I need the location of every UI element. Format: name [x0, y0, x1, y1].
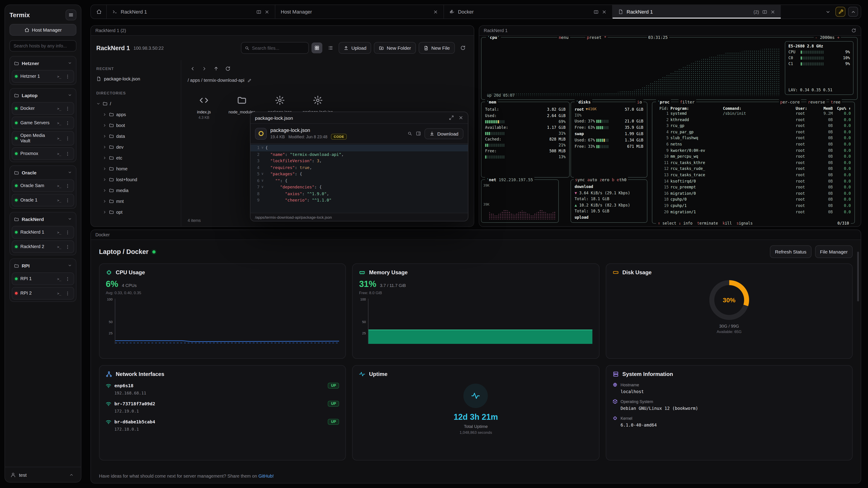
- host-menu-button[interactable]: [64, 243, 71, 250]
- process-row[interactable]: 3rcu_gproot0B0.0: [652, 123, 855, 129]
- group-header-oracle[interactable]: Oracle: [12, 168, 74, 177]
- close-tab-icon[interactable]: [265, 9, 270, 14]
- upload-button[interactable]: Upload: [339, 42, 371, 54]
- docker-file-manager-button[interactable]: File Manager: [815, 246, 852, 258]
- host-item-racknerd-1[interactable]: RackNerd 1>_: [12, 226, 74, 238]
- refresh-directory-button[interactable]: [223, 64, 233, 74]
- editor-layout-icon[interactable]: [416, 131, 421, 136]
- process-row[interactable]: 14ksoftirqd/0root0B0.0: [652, 178, 855, 184]
- host-item-docker[interactable]: Docker>_: [12, 102, 74, 115]
- tab-list-button[interactable]: [823, 7, 833, 17]
- host-item-rpi-1[interactable]: RPI 1>_: [12, 272, 74, 285]
- github-link[interactable]: GitHub!: [258, 474, 274, 479]
- host-menu-button[interactable]: [64, 105, 71, 112]
- process-row[interactable]: 18cpuhp/0root0B0.0: [652, 197, 855, 203]
- file-item-index-js[interactable]: index.js4.3 KB: [188, 93, 220, 120]
- open-terminal-button[interactable]: >_: [56, 119, 63, 127]
- group-header-rpi[interactable]: RPI: [12, 261, 74, 271]
- scrollbar-thumb[interactable]: [857, 252, 859, 301]
- group-header-hetzner[interactable]: Hetzner: [12, 58, 74, 68]
- process-row[interactable]: 19cpuhp/1root0B0.0: [652, 203, 855, 209]
- tree-dir-data[interactable]: data: [96, 131, 176, 141]
- io-toggle[interactable]: io: [636, 99, 643, 105]
- process-row[interactable]: 10mm_percpu_wqroot0B0.0: [652, 154, 855, 160]
- host-manager-button[interactable]: Host Manager: [9, 24, 76, 36]
- menu-button[interactable]: menu: [557, 36, 570, 40]
- process-row[interactable]: 9kworker/0:0H-evroot0B0.0: [652, 148, 855, 154]
- tab-host-manager-2[interactable]: Host Manager: [275, 5, 443, 19]
- forward-button[interactable]: [199, 64, 209, 74]
- host-item-rpi-2[interactable]: RPI 2>_: [12, 287, 74, 300]
- tab-racknerd-1-4[interactable]: RackNerd 1(2): [612, 5, 781, 19]
- host-menu-button[interactable]: [64, 229, 71, 236]
- filter-button[interactable]: filter: [679, 99, 696, 105]
- host-menu-button[interactable]: [64, 290, 71, 297]
- edit-path-icon[interactable]: [247, 78, 252, 83]
- process-row[interactable]: 16migration/0root0B0.0: [652, 191, 855, 197]
- host-item-hetzner-1[interactable]: Hetzner 1>_: [12, 70, 74, 83]
- home-button[interactable]: [94, 6, 104, 17]
- tree-dir-home[interactable]: home: [96, 163, 176, 174]
- host-search-input[interactable]: [9, 40, 76, 52]
- grid-view-button[interactable]: [311, 42, 322, 53]
- new-folder-button[interactable]: New Folder: [374, 42, 416, 54]
- tree-dir-boot[interactable]: boot: [96, 120, 176, 131]
- tree-toggle[interactable]: tree: [829, 99, 842, 105]
- host-menu-button[interactable]: [64, 197, 71, 204]
- process-row[interactable]: 1systemd/sbin/initroot9.2M0.0: [652, 111, 855, 117]
- collapse-tabs-button[interactable]: [848, 7, 858, 17]
- close-icon[interactable]: [458, 115, 463, 120]
- host-menu-button[interactable]: [64, 135, 71, 142]
- code-viewer[interactable]: 1∨{2 "name": "termix-download-api",3 "lo…: [250, 143, 468, 213]
- open-terminal-button[interactable]: >_: [56, 197, 63, 204]
- open-terminal-button[interactable]: >_: [56, 243, 63, 250]
- per-core-toggle[interactable]: per-core: [779, 99, 801, 105]
- split-view-icon[interactable]: [762, 9, 767, 14]
- host-menu-button[interactable]: [64, 119, 71, 127]
- tree-dir-mnt[interactable]: mnt: [96, 196, 176, 206]
- settings-button[interactable]: [835, 7, 845, 17]
- host-menu-button[interactable]: [64, 182, 71, 189]
- process-row[interactable]: 2kthreaddroot0B0.0: [652, 117, 855, 123]
- process-row[interactable]: 12rcu_tasks_rude_root0B0.0: [652, 166, 855, 172]
- search-in-file-icon[interactable]: [408, 131, 412, 136]
- split-view-icon[interactable]: [594, 9, 598, 14]
- host-item-racknerd-2[interactable]: RackNerd 2>_: [12, 240, 74, 253]
- file-search-input[interactable]: [252, 45, 305, 51]
- host-item-oracle-sam[interactable]: Oracle Sam>_: [12, 180, 74, 192]
- new-file-button[interactable]: New File: [418, 42, 455, 54]
- host-item-game-servers[interactable]: Game Servers>_: [12, 117, 74, 129]
- host-item-oracle-1[interactable]: Oracle 1>_: [12, 194, 74, 206]
- process-row[interactable]: 13rcu_tasks_traceroot0B0.0: [652, 172, 855, 178]
- tree-dir-etc[interactable]: etc: [96, 152, 176, 163]
- host-item-open-media-vault[interactable]: Open Media Vault>_: [12, 131, 74, 145]
- open-terminal-button[interactable]: >_: [56, 182, 63, 189]
- process-row[interactable]: 6netnsroot0B0.0: [652, 141, 855, 148]
- tree-dir-dev[interactable]: dev: [96, 141, 176, 152]
- process-row[interactable]: 20migration/1root0B0.0: [652, 209, 855, 215]
- list-view-button[interactable]: [325, 42, 336, 53]
- process-row[interactable]: 5slub_flushwqroot0B0.0: [652, 135, 855, 141]
- download-button[interactable]: Download: [425, 128, 463, 139]
- expand-icon[interactable]: [449, 115, 454, 120]
- refresh-status-button[interactable]: Refresh Status: [770, 246, 811, 258]
- back-button[interactable]: [188, 64, 197, 74]
- preset-button[interactable]: preset *: [585, 36, 608, 40]
- group-header-laptop[interactable]: Laptop: [12, 90, 74, 100]
- up-directory-button[interactable]: [211, 64, 221, 74]
- tree-dir-opt[interactable]: opt: [96, 206, 176, 217]
- tab-docker-3[interactable]: Docker: [443, 5, 612, 19]
- group-header-racknerd[interactable]: RackNerd: [12, 214, 74, 224]
- close-tab-icon[interactable]: [770, 9, 775, 14]
- close-tab-icon[interactable]: [602, 9, 607, 14]
- tree-dir-lost-found[interactable]: lost+found: [96, 174, 176, 185]
- tab-racknerd-1-1[interactable]: RackNerd 1: [106, 5, 275, 19]
- tree-dir-apps[interactable]: apps: [96, 109, 176, 120]
- net-menu[interactable]: sync auto zero b eth0: [574, 177, 628, 183]
- host-item-proxmox[interactable]: Proxmox>_: [12, 147, 74, 160]
- process-row[interactable]: 15rcu_preemptroot0B0.0: [652, 184, 855, 191]
- tree-dir-root[interactable]: /: [96, 98, 176, 109]
- open-terminal-button[interactable]: >_: [56, 229, 63, 236]
- sync-terminal-icon[interactable]: [851, 28, 856, 33]
- open-terminal-button[interactable]: >_: [56, 150, 63, 157]
